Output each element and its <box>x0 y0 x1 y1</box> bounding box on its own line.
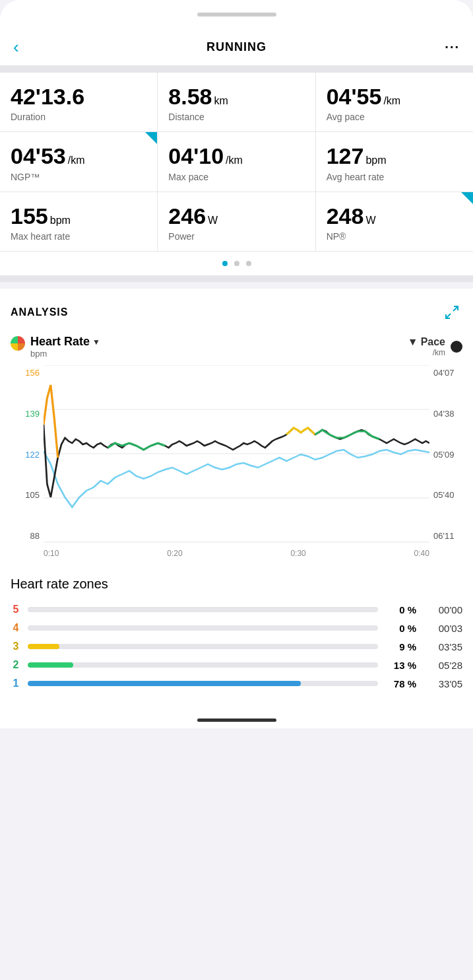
zones-title: Heart rate zones <box>11 577 462 592</box>
home-indicator <box>0 709 473 728</box>
dot-2[interactable] <box>234 261 239 266</box>
chart-legend: Heart Rate ▼ bpm ▼ Pace /km <box>11 335 462 359</box>
zone-row-2: 2 13 % 05'28 <box>11 659 462 671</box>
home-bar <box>197 718 276 722</box>
heart-rate-label[interactable]: Heart Rate ▼ <box>30 335 100 349</box>
y-label-pace-2: 04'38 <box>429 409 462 419</box>
y-label-105: 105 <box>11 490 44 500</box>
y-label-122: 122 <box>11 450 44 460</box>
zone-2-bar-container <box>28 662 378 668</box>
zone-4-percent: 0 % <box>385 623 416 634</box>
zone-4-bar-container <box>28 625 378 631</box>
legend-left: Heart Rate ▼ bpm <box>11 335 100 359</box>
svg-line-1 <box>446 314 451 318</box>
metric-avg-pace: 04'55/km Avg pace <box>316 73 473 131</box>
distance-label: Distance <box>168 112 304 122</box>
dot-3[interactable] <box>246 261 251 266</box>
pace-dot <box>451 341 462 353</box>
middle-divider <box>0 275 473 282</box>
metric-power: 246W Power <box>158 192 315 251</box>
y-axis-right: 04'07 04'38 05'09 05'40 06'11 <box>429 365 462 543</box>
y-label-pace-5: 06'11 <box>429 531 462 541</box>
analysis-header: ANALYSIS <box>11 302 462 323</box>
y-label-139: 139 <box>11 409 44 419</box>
ngp-label: NGP™ <box>11 172 146 182</box>
y-axis-left: 156 139 122 105 88 <box>11 365 44 543</box>
np-value: 248W <box>327 204 462 228</box>
zone-3-bar <box>28 644 59 649</box>
x-axis: 0:10 0:20 0:30 0:40 <box>44 543 429 563</box>
zone-3-percent: 9 % <box>385 641 416 652</box>
avg-hr-value: 127bpm <box>327 144 462 168</box>
zone-3-time: 03'35 <box>423 641 462 652</box>
nav-header: ‹ RUNNING ··· <box>0 29 473 66</box>
zone-5-bar-container <box>28 607 378 612</box>
expand-button[interactable] <box>441 302 462 323</box>
duration-value: 42'13.6 <box>11 85 146 109</box>
zone-5-percent: 0 % <box>385 604 416 615</box>
metrics-grid: 42'13.6 Duration 8.58km Distance 04'55/k… <box>0 73 473 252</box>
heart-rate-unit: bpm <box>30 349 100 359</box>
analysis-title: ANALYSIS <box>11 306 68 318</box>
avg-pace-label: Avg pace <box>327 112 462 122</box>
zone-1-percent: 78 % <box>385 678 416 689</box>
zone-row-1: 1 78 % 33'05 <box>11 678 462 689</box>
avg-pace-value: 04'55/km <box>327 85 462 109</box>
zone-3-bar-container <box>28 644 378 649</box>
pace-label[interactable]: ▼ Pace <box>408 336 445 348</box>
chevron-down-icon-pace: ▼ <box>408 336 418 348</box>
legend-right-text: ▼ Pace /km <box>408 336 445 357</box>
triangle-indicator-1 <box>145 132 157 144</box>
pagination-dots <box>0 252 473 275</box>
metrics-row-1: 42'13.6 Duration 8.58km Distance 04'55/k… <box>0 73 473 132</box>
metric-max-hr: 155bpm Max heart rate <box>0 192 158 251</box>
zone-4-time: 00'03 <box>423 623 462 634</box>
metric-ngp: 04'53/km NGP™ <box>0 132 158 191</box>
metric-duration: 42'13.6 Duration <box>0 73 158 131</box>
metric-np: 248W NP® <box>316 192 473 251</box>
top-divider <box>0 66 473 73</box>
zone-3-number: 3 <box>11 641 21 652</box>
ngp-value: 04'53/km <box>11 144 146 168</box>
y-label-pace-4: 05'40 <box>429 490 462 500</box>
zone-5-number: 5 <box>11 604 21 615</box>
zone-2-percent: 13 % <box>385 660 416 671</box>
zone-1-number: 1 <box>11 678 21 689</box>
max-pace-value: 04'10/km <box>168 144 304 168</box>
triangle-indicator-2 <box>461 192 473 204</box>
zone-1-bar <box>28 681 301 686</box>
distance-value: 8.58km <box>168 85 304 109</box>
legend-right: ▼ Pace /km <box>408 336 462 357</box>
zone-2-bar <box>28 662 73 668</box>
zone-row-4: 4 0 % 00'03 <box>11 622 462 634</box>
notch <box>197 13 276 17</box>
power-label: Power <box>168 231 304 242</box>
heart-rate-icon <box>11 336 25 351</box>
zone-1-bar-container <box>28 681 378 686</box>
zone-row-5: 5 0 % 00'00 <box>11 604 462 615</box>
metric-max-pace: 04'10/km Max pace <box>158 132 315 191</box>
zone-2-number: 2 <box>11 659 21 671</box>
chart-svg <box>44 365 429 543</box>
power-value: 246W <box>168 204 304 228</box>
max-hr-label: Max heart rate <box>11 231 146 242</box>
x-label-3: 0:40 <box>414 549 429 558</box>
legend-left-text: Heart Rate ▼ bpm <box>30 335 100 359</box>
zones-section: Heart rate zones 5 0 % 00'00 4 0 % 00'03… <box>0 563 473 709</box>
more-button[interactable]: ··· <box>433 40 460 55</box>
np-label: NP® <box>327 231 462 242</box>
dot-1[interactable] <box>222 261 228 266</box>
x-label-0: 0:10 <box>44 549 59 558</box>
x-label-1: 0:20 <box>167 549 182 558</box>
pace-unit: /km <box>408 348 445 357</box>
y-label-156: 156 <box>11 368 44 378</box>
duration-label: Duration <box>11 112 146 122</box>
chevron-down-icon: ▼ <box>92 337 100 347</box>
y-label-88: 88 <box>11 531 44 541</box>
zone-row-3: 3 9 % 03'35 <box>11 641 462 652</box>
y-label-pace-1: 04'07 <box>429 368 462 378</box>
max-hr-value: 155bpm <box>11 204 146 228</box>
metrics-row-3: 155bpm Max heart rate 246W Power 248W NP… <box>0 192 473 252</box>
zone-2-time: 05'28 <box>423 660 462 671</box>
back-button[interactable]: ‹ <box>13 37 40 57</box>
